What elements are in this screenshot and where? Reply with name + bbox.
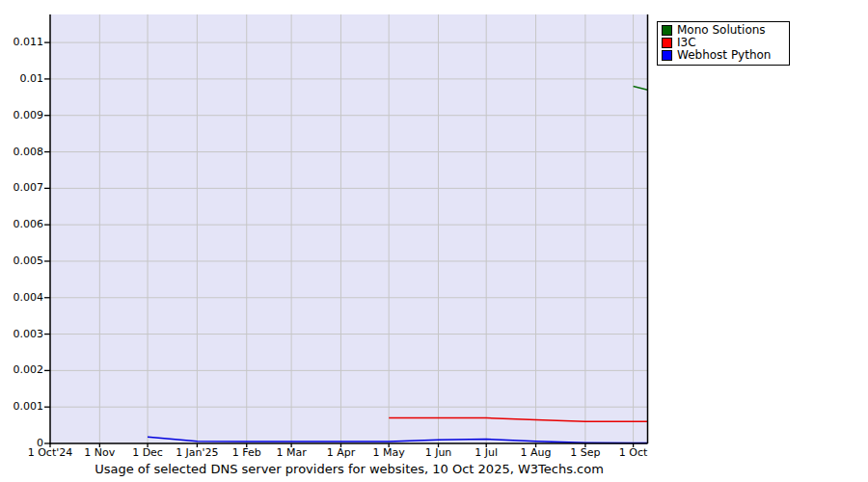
legend-label: Webhost Python — [677, 49, 771, 61]
y-tick-label: 0.005 — [0, 254, 43, 267]
chart-page: 00.0010.0020.0030.0040.0050.0060.0070.00… — [0, 0, 868, 482]
legend-swatch-icon — [662, 25, 672, 36]
legend-label: Mono Solutions — [677, 24, 766, 36]
chart-title: Usage of selected DNS server providers f… — [0, 461, 698, 477]
y-tick-label: 0.011 — [0, 36, 43, 48]
y-tick-label: 0.006 — [0, 218, 43, 230]
chart-canvas — [0, 0, 868, 482]
legend: Mono SolutionsI3CWebhost Python — [657, 21, 790, 66]
y-tick-label: 0.008 — [0, 146, 43, 158]
x-tick-label: 1 Oct — [600, 446, 667, 459]
y-axis-labels: 00.0010.0020.0030.0040.0050.0060.0070.00… — [0, 0, 43, 453]
y-tick-label: 0.009 — [0, 109, 43, 121]
y-tick-label: 0.004 — [0, 291, 43, 304]
legend-swatch-icon — [662, 38, 672, 48]
legend-swatch-icon — [662, 50, 672, 61]
y-tick-label: 0.01 — [0, 72, 43, 85]
legend-item: Webhost Python — [658, 49, 789, 62]
legend-label: I3C — [677, 37, 696, 48]
y-tick-label: 0.003 — [0, 328, 43, 340]
x-axis-labels: 1 Oct'241 Nov1 Dec1 Jan'251 Feb1 Mar1 Ap… — [0, 446, 868, 460]
y-tick-label: 0.007 — [0, 181, 43, 194]
y-tick-label: 0.001 — [0, 400, 43, 413]
y-tick-label: 0.002 — [0, 363, 43, 376]
